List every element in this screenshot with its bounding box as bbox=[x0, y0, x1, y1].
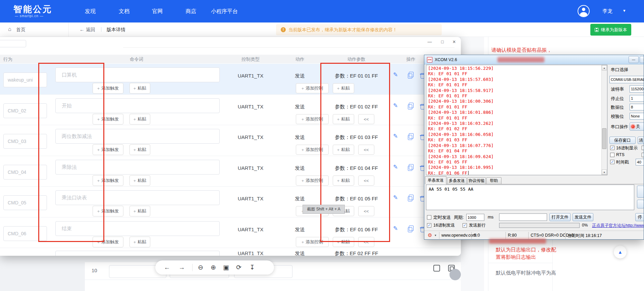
maximize-icon[interactable]: □ bbox=[640, 56, 644, 63]
floating-circle-button[interactable] bbox=[449, 269, 461, 280]
clear-send-button-partial[interactable] bbox=[637, 200, 644, 208]
paste-button[interactable]: +粘贴 bbox=[129, 237, 150, 247]
add-control-button[interactable]: +添加控制 bbox=[296, 237, 329, 247]
scroll-up-icon[interactable]: ▲ bbox=[602, 65, 607, 70]
command-word-input[interactable]: 开始 bbox=[55, 98, 220, 113]
gear-icon[interactable]: ⚙ bbox=[428, 232, 432, 238]
send-newline-checkbox[interactable]: ✓ bbox=[463, 223, 467, 228]
command-word-input[interactable]: 结束 bbox=[55, 221, 220, 236]
timed-send-checkbox[interactable] bbox=[427, 215, 431, 220]
edit-icon[interactable]: ✎ bbox=[393, 225, 398, 232]
cut-checkbox[interactable] bbox=[642, 153, 644, 157]
tab-single-send[interactable]: 单条发送 bbox=[425, 176, 446, 184]
send-button-partial[interactable] bbox=[637, 186, 644, 198]
paste-button[interactable]: +粘贴 bbox=[129, 114, 150, 125]
user-name[interactable]: 李龙 bbox=[602, 8, 612, 14]
close-icon[interactable]: × bbox=[450, 38, 459, 46]
forum-link[interactable]: 正点原子官方论坛http://www.opene bbox=[592, 223, 644, 229]
home-icon[interactable]: ⌂ bbox=[8, 26, 11, 32]
collapse-button[interactable]: << bbox=[358, 145, 374, 155]
copy-icon[interactable] bbox=[408, 74, 412, 79]
stop-send-button-partial[interactable]: 停 bbox=[635, 213, 644, 221]
add-trigger-button[interactable]: +添加触发 bbox=[93, 114, 123, 125]
paste-button[interactable]: +粘贴 bbox=[129, 83, 150, 94]
behavior-input[interactable]: CMD_06 bbox=[3, 226, 47, 241]
brand-logo[interactable]: 智能公元 bbox=[13, 3, 52, 15]
nav-item[interactable]: 发现 bbox=[82, 0, 98, 22]
behavior-input[interactable]: CMD_05 bbox=[3, 195, 47, 210]
clear-receive-button[interactable]: 清 bbox=[638, 137, 644, 144]
window-stack-icon[interactable] bbox=[433, 265, 440, 272]
tab-multi-send[interactable]: 多条发送 bbox=[447, 177, 467, 184]
port-select-dropdown[interactable]: COM66:USB-SERIAL bbox=[609, 76, 644, 83]
behavior-input[interactable]: CMD_04 bbox=[3, 165, 47, 180]
add-control-button[interactable]: +添加控制 bbox=[296, 114, 329, 124]
edit-icon[interactable]: ✎ bbox=[393, 102, 398, 109]
add-control-button[interactable]: +添加控制 bbox=[296, 83, 329, 93]
minimize-icon[interactable]: — bbox=[629, 56, 639, 63]
tab-protocol[interactable]: 协议传输 bbox=[467, 177, 486, 184]
send-file-button[interactable]: 发送文件 bbox=[573, 213, 593, 221]
parity-dropdown[interactable]: None bbox=[630, 113, 644, 119]
add-trigger-button[interactable]: +添加触发 bbox=[93, 206, 123, 216]
paste-button[interactable]: +粘贴 bbox=[333, 83, 354, 93]
collapse-button[interactable]: << bbox=[358, 237, 374, 247]
cut-checkbox[interactable] bbox=[642, 146, 644, 150]
rotate-icon[interactable]: ⟳ bbox=[234, 260, 243, 275]
edit-icon[interactable]: ✎ bbox=[393, 71, 398, 78]
xcom-titlebar[interactable]: ATK XCOM V2.6 — □ bbox=[424, 55, 644, 64]
file-path-field[interactable] bbox=[499, 213, 547, 221]
command-word-input[interactable] bbox=[55, 251, 220, 256]
edit-icon[interactable]: ✎ bbox=[393, 194, 398, 201]
command-word-input[interactable]: 乘除法 bbox=[55, 160, 220, 175]
copy-icon[interactable] bbox=[408, 104, 412, 109]
rts-checkbox[interactable] bbox=[610, 153, 614, 157]
data-bits-dropdown[interactable]: 8 bbox=[630, 104, 644, 110]
add-trigger-button[interactable]: +添加触发 bbox=[93, 237, 123, 247]
behavior-input[interactable]: wakeup_uni bbox=[3, 72, 47, 87]
add-trigger-button[interactable]: +添加触发 bbox=[93, 83, 123, 94]
tab-help[interactable]: 帮助 bbox=[486, 177, 501, 184]
paste-button[interactable]: +粘贴 bbox=[333, 176, 354, 186]
nav-item[interactable]: 官网 bbox=[149, 0, 165, 22]
timestamp-value-field[interactable]: 40 bbox=[636, 159, 644, 165]
close-port-button[interactable]: 关 bbox=[630, 123, 644, 131]
period-input[interactable]: 1000 bbox=[466, 214, 484, 221]
fit-frame-icon[interactable]: ▣ bbox=[222, 260, 230, 275]
command-word-input[interactable]: 乘法口诀表 bbox=[55, 190, 220, 205]
log-scrollbar[interactable]: ▲ ▼ bbox=[601, 65, 607, 175]
paste-button[interactable]: +粘贴 bbox=[333, 145, 354, 155]
collapse-button[interactable]: << bbox=[358, 176, 374, 186]
maximize-icon[interactable]: □ bbox=[438, 38, 447, 46]
copy-icon[interactable] bbox=[408, 196, 412, 201]
scroll-down-icon[interactable]: ▼ bbox=[602, 169, 607, 175]
collapse-button[interactable]: << bbox=[358, 114, 374, 124]
hex-send-checkbox[interactable]: ✓ bbox=[427, 223, 431, 228]
paste-button[interactable]: +粘贴 bbox=[333, 114, 354, 124]
timestamp-checkbox[interactable]: ✓ bbox=[610, 160, 614, 164]
nav-item[interactable]: 小程序平台 bbox=[208, 0, 241, 22]
paste-button[interactable]: +粘贴 bbox=[333, 237, 354, 247]
add-trigger-button[interactable]: +添加触发 bbox=[93, 144, 123, 155]
edit-icon[interactable]: ✎ bbox=[393, 133, 398, 140]
nav-item[interactable]: 商店 bbox=[183, 0, 199, 22]
edit-icon[interactable]: ✎ bbox=[393, 163, 398, 171]
behavior-input[interactable]: CMD_02 bbox=[3, 103, 47, 118]
paste-button[interactable]: +粘贴 bbox=[129, 206, 150, 216]
add-control-button[interactable]: +添加控制 bbox=[296, 145, 329, 155]
user-avatar-icon[interactable] bbox=[578, 5, 590, 17]
serial-log-area[interactable]: [2024-09-13 18:15:56.229]RX: EF 01 01 FF… bbox=[426, 65, 607, 175]
behavior-input[interactable]: CMD_03 bbox=[3, 134, 47, 149]
minimize-icon[interactable]: — bbox=[425, 38, 434, 46]
gear-dropdown-icon[interactable]: ▾ bbox=[435, 234, 436, 237]
chevron-down-icon[interactable]: ▾ bbox=[623, 8, 626, 13]
zoom-out-icon[interactable]: ⊖ bbox=[196, 260, 205, 275]
back-arrow-icon[interactable]: ← bbox=[79, 27, 85, 32]
copy-icon[interactable] bbox=[408, 166, 412, 171]
save-window-button[interactable]: 保存窗口 bbox=[609, 137, 636, 144]
hex-display-checkbox[interactable]: ✓ bbox=[610, 146, 614, 150]
back-icon[interactable]: ← bbox=[163, 260, 171, 275]
back-button[interactable]: 返回 bbox=[86, 27, 95, 33]
add-trigger-button[interactable]: +添加触发 bbox=[93, 175, 123, 186]
send-input-area[interactable]: AA 55 01 05 55 AA bbox=[426, 185, 634, 210]
